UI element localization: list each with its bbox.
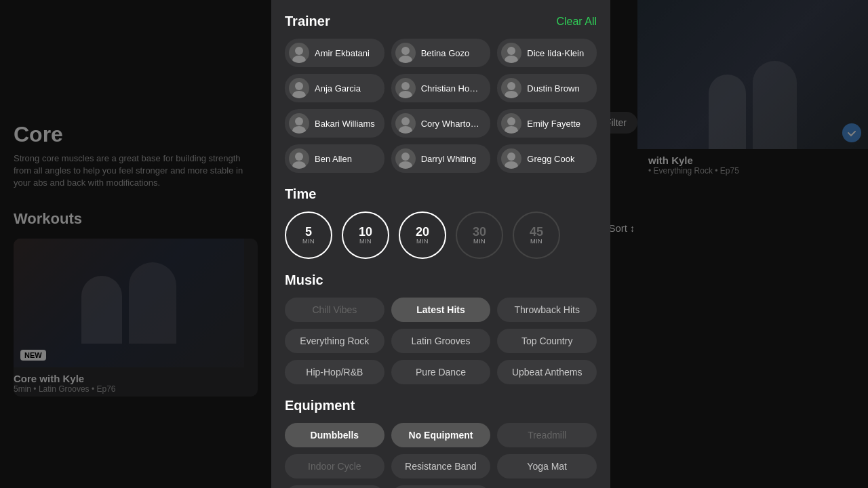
trainer-chip-ben[interactable]: Ben Allen xyxy=(285,144,384,173)
time-value-20: 20 xyxy=(416,226,429,238)
music-chip-everything-rock[interactable]: Everything Rock xyxy=(285,329,384,353)
equipment-chip-mat[interactable]: Mat xyxy=(285,485,384,488)
svg-point-23 xyxy=(507,152,515,161)
trainer-avatar-bakari xyxy=(289,113,309,134)
trainer-name-christian: Christian Howard xyxy=(421,83,483,94)
trainer-row-1: Amir Ekbatani Betina Gozo Dice Iida-Klei… xyxy=(285,39,597,67)
time-unit-20: MIN xyxy=(416,238,429,245)
music-chip-chill-vibes[interactable]: Chill Vibes xyxy=(285,298,384,322)
equipment-chip-treadmill[interactable]: Treadmill xyxy=(497,423,597,447)
equipment-chip-indoor-cycle[interactable]: Indoor Cycle xyxy=(285,454,384,479)
time-circle-5[interactable]: 5 MIN xyxy=(285,211,332,259)
trainer-name-bakari: Bakari Williams xyxy=(315,119,375,129)
svg-point-17 xyxy=(507,117,515,125)
time-value-10: 10 xyxy=(359,226,372,238)
svg-point-5 xyxy=(507,47,515,55)
trainer-avatar-ben xyxy=(289,148,309,169)
equipment-chip-no-equipment[interactable]: No Equipment xyxy=(391,423,491,447)
trainer-avatar-gregg xyxy=(501,148,521,169)
trainer-name-emily: Emily Fayette xyxy=(527,119,580,129)
trainer-chip-betina[interactable]: Betina Gozo xyxy=(391,39,491,67)
trainer-chip-dustin[interactable]: Dustin Brown xyxy=(497,74,597,102)
music-chip-grid: Chill Vibes Latest Hits Throwback Hits E… xyxy=(285,298,597,384)
music-chip-top-country[interactable]: Top Country xyxy=(497,329,597,353)
time-circle-10[interactable]: 10 MIN xyxy=(342,211,389,259)
svg-point-16 xyxy=(399,126,412,134)
time-circle-30[interactable]: 30 MIN xyxy=(456,211,503,259)
filter-modal: Trainer Clear All Amir Ekbatani Betina G… xyxy=(271,0,610,488)
trainer-name-amir: Amir Ekbatani xyxy=(315,48,370,58)
trainer-avatar-anja xyxy=(289,78,309,98)
music-chip-throwback-hits[interactable]: Throwback Hits xyxy=(497,298,597,322)
trainer-avatar-emily xyxy=(501,113,521,134)
trainer-name-gregg: Gregg Cook xyxy=(527,154,574,164)
trainer-row-4: Ben Allen Darryl Whiting Gregg Cook xyxy=(285,144,597,173)
svg-point-7 xyxy=(295,82,303,90)
svg-point-14 xyxy=(292,126,306,134)
trainer-section-title: Trainer xyxy=(285,14,330,29)
trainer-chip-christian[interactable]: Christian Howard xyxy=(391,74,491,102)
trainer-name-anja: Anja Garcia xyxy=(315,83,361,94)
svg-point-4 xyxy=(399,56,412,63)
music-chip-hip-hop[interactable]: Hip-Hop/R&B xyxy=(285,360,384,384)
time-unit-45: MIN xyxy=(530,238,542,245)
trainer-chip-anja[interactable]: Anja Garcia xyxy=(285,74,384,102)
music-chip-latest-hits[interactable]: Latest Hits xyxy=(391,298,491,322)
trainer-chip-darryl[interactable]: Darryl Whiting xyxy=(391,144,491,173)
music-chip-pure-dance[interactable]: Pure Dance xyxy=(391,360,491,384)
trainer-chip-emily[interactable]: Emily Fayette xyxy=(497,109,597,138)
trainer-name-dustin: Dustin Brown xyxy=(527,83,579,94)
svg-point-8 xyxy=(292,91,306,98)
trainer-row-3: Bakari Williams Cory Wharton-Malcolm Emi… xyxy=(285,109,597,138)
trainer-chip-gregg[interactable]: Gregg Cook xyxy=(497,144,597,173)
svg-point-10 xyxy=(399,91,412,98)
trainer-chip-bakari[interactable]: Bakari Williams xyxy=(285,109,384,138)
trainer-avatar-betina xyxy=(395,43,416,63)
time-value-30: 30 xyxy=(473,226,486,238)
trainer-avatar-dustin xyxy=(501,78,521,98)
trainer-header: Trainer Clear All xyxy=(285,0,597,29)
equipment-chip-resistance-band[interactable]: Resistance Band xyxy=(391,454,491,479)
clear-all-button[interactable]: Clear All xyxy=(556,16,597,28)
svg-point-19 xyxy=(295,152,303,161)
svg-point-20 xyxy=(292,161,306,169)
time-section-title: Time xyxy=(285,186,597,202)
svg-point-15 xyxy=(401,117,410,125)
time-unit-10: MIN xyxy=(359,238,372,245)
svg-point-9 xyxy=(401,82,410,90)
time-value-45: 45 xyxy=(530,226,543,238)
music-chip-upbeat-anthems[interactable]: Upbeat Anthems xyxy=(497,360,597,384)
time-circle-45[interactable]: 45 MIN xyxy=(513,211,560,259)
svg-point-11 xyxy=(507,82,515,90)
trainer-name-betina: Betina Gozo xyxy=(421,48,470,58)
trainer-name-cory: Cory Wharton-Malcolm xyxy=(421,119,483,129)
svg-point-13 xyxy=(295,117,303,125)
equipment-chip-rower[interactable]: Rower xyxy=(391,485,491,488)
svg-point-22 xyxy=(399,161,412,169)
trainer-name-ben: Ben Allen xyxy=(315,154,352,164)
time-circles: 5 MIN 10 MIN 20 MIN 30 MIN 45 MIN xyxy=(285,211,597,259)
svg-point-12 xyxy=(505,91,518,98)
svg-point-1 xyxy=(295,47,303,55)
trainer-name-darryl: Darryl Whiting xyxy=(421,154,477,164)
svg-point-6 xyxy=(505,56,518,63)
music-chip-latin-grooves[interactable]: Latin Grooves xyxy=(391,329,491,353)
svg-point-18 xyxy=(505,126,518,134)
trainer-row-2: Anja Garcia Christian Howard Dustin Brow… xyxy=(285,74,597,102)
trainer-chip-cory[interactable]: Cory Wharton-Malcolm xyxy=(391,109,491,138)
equipment-section-title: Equipment xyxy=(285,398,597,413)
svg-point-21 xyxy=(401,152,410,161)
trainer-chip-dice[interactable]: Dice Iida-Klein xyxy=(497,39,597,67)
trainer-avatar-christian xyxy=(395,78,416,98)
trainer-avatar-amir xyxy=(289,43,309,63)
music-section-title: Music xyxy=(285,272,597,288)
svg-point-3 xyxy=(401,47,410,55)
svg-point-24 xyxy=(505,161,518,169)
trainer-avatar-dice xyxy=(501,43,521,63)
equipment-chip-yoga-mat[interactable]: Yoga Mat xyxy=(497,454,597,479)
time-circle-20[interactable]: 20 MIN xyxy=(399,211,446,259)
equipment-chip-dumbbells[interactable]: Dumbbells xyxy=(285,423,384,447)
equipment-chip-grid: Dumbbells No Equipment Treadmill Indoor … xyxy=(285,423,597,488)
trainer-name-dice: Dice Iida-Klein xyxy=(527,48,584,58)
trainer-chip-amir[interactable]: Amir Ekbatani xyxy=(285,39,384,67)
